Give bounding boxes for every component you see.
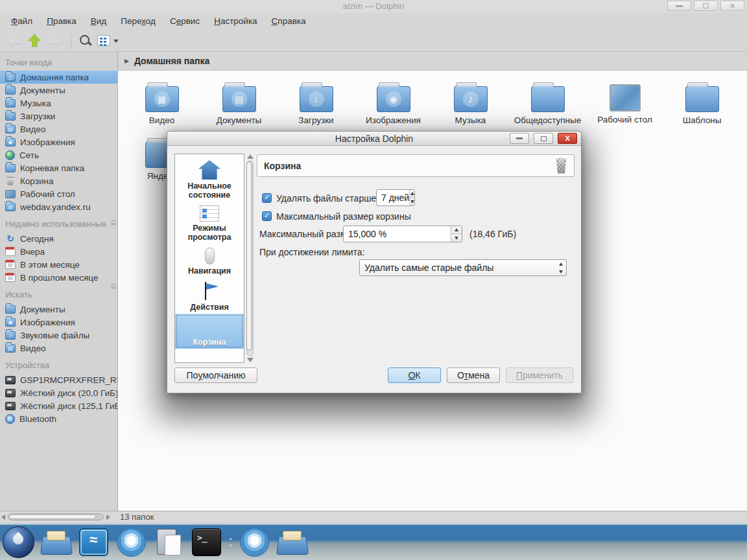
window-controls: ×: [667, 1, 744, 11]
view-mode-dropdown-icon[interactable]: [113, 40, 119, 45]
menu-item[interactable]: Файл: [4, 13, 40, 30]
delete-older-checkbox[interactable]: [262, 193, 272, 203]
taskbar-app-icon[interactable]: [77, 526, 110, 557]
spin-up-icon[interactable]: [410, 190, 414, 198]
scroll-up-icon[interactable]: [247, 154, 254, 159]
folder-item[interactable]: Рабочий стол: [586, 81, 663, 132]
dialog-nav-scrollbar[interactable]: [246, 154, 254, 363]
sidebar-item[interactable]: Видео: [0, 122, 117, 135]
view-mode-icon[interactable]: [97, 35, 110, 46]
sidebar-item[interactable]: Изображения: [0, 316, 117, 329]
folder-item[interactable]: Музыка: [432, 81, 509, 132]
dialog-page-header: Корзина: [257, 154, 575, 177]
dialog-nav-item[interactable]: Навигация: [175, 244, 244, 277]
taskbar-app-icon[interactable]: [190, 526, 222, 557]
menu-item[interactable]: Справка: [265, 13, 313, 30]
sidebar-item[interactable]: Изображения: [0, 135, 117, 148]
sidebar-item[interactable]: Корневая папка: [0, 161, 117, 174]
combobox-value[interactable]: Удалить самые старые файлы: [360, 260, 555, 275]
breadcrumb[interactable]: ▶ Домашняя папка: [118, 52, 747, 70]
sidebar-item[interactable]: Вчера: [0, 245, 117, 258]
search-icon[interactable]: [78, 34, 93, 48]
taskbar-app-icon[interactable]: [152, 526, 185, 557]
sidebar-item[interactable]: Музыка: [0, 97, 117, 110]
folder-item[interactable]: Документы: [200, 81, 278, 132]
back-button[interactable]: [5, 34, 22, 48]
sidebar-item[interactable]: Корзина: [0, 174, 117, 187]
max-size-checkbox[interactable]: [262, 211, 272, 221]
limit-combobox[interactable]: Удалить самые старые файлы: [359, 259, 567, 276]
sidebar-item[interactable]: В прошлом месяце: [0, 271, 117, 284]
sidebar-item[interactable]: Видео: [0, 342, 117, 355]
menu-item[interactable]: Правка: [40, 13, 84, 30]
scrollbar-handle[interactable]: [9, 515, 96, 519]
sidebar-item[interactable]: Звуковые файлы: [0, 329, 117, 342]
cancel-button[interactable]: Отмена: [447, 368, 500, 383]
sidebar-item[interactable]: Жёсткий диск (125,1 ГиБ): [0, 399, 117, 412]
combo-down-icon: [555, 268, 566, 275]
maximize-button[interactable]: [694, 1, 718, 11]
max-size-spinbox[interactable]: 15,000 %: [343, 226, 462, 242]
folder-item[interactable]: Шаблоны: [663, 81, 741, 132]
ok-button[interactable]: ОК: [388, 368, 441, 383]
taskbar-app-icon[interactable]: [40, 526, 72, 557]
sidebar-item[interactable]: Сегодня: [0, 232, 117, 245]
sidebar-item[interactable]: Рабочий стол: [0, 187, 117, 200]
sidebar-item[interactable]: Загрузки: [0, 110, 117, 122]
sidebar-item[interactable]: Домашняя папка: [0, 71, 117, 84]
scroll-left-icon[interactable]: [1, 515, 5, 520]
panel-splitter-grip[interactable]: [111, 220, 116, 225]
dialog-close-button[interactable]: x: [558, 133, 577, 144]
scroll-right-icon[interactable]: [106, 515, 110, 520]
taskbar-app-icon[interactable]: [2, 526, 34, 557]
defaults-button[interactable]: По умолчанию: [174, 368, 257, 383]
up-button[interactable]: [27, 34, 42, 48]
menu-item[interactable]: Переход: [113, 13, 163, 30]
dialog-nav-item[interactable]: Действия: [175, 277, 244, 314]
places-horizontal-scrollbar[interactable]: [1, 513, 115, 521]
sidebar-item[interactable]: Жёсткий диск (20,0 ГиБ): [0, 386, 117, 399]
close-button[interactable]: ×: [720, 1, 744, 11]
scrollbar-handle[interactable]: [246, 161, 252, 351]
menu-item[interactable]: Сервис: [163, 13, 207, 30]
dialog-nav-item[interactable]: Начальное состояние: [175, 156, 244, 202]
taskbar-app-icon[interactable]: [276, 526, 308, 557]
section-header: Недавно использованные: [0, 213, 117, 232]
dialog-nav-item[interactable]: Корзина: [175, 314, 244, 349]
dialog-nav-label: Действия: [175, 303, 244, 312]
taskbar-app-icon[interactable]: [228, 526, 233, 557]
spinbox-value[interactable]: 7 дней: [377, 190, 409, 205]
scroll-down-icon[interactable]: [247, 358, 254, 362]
forward-button[interactable]: [47, 34, 64, 48]
menu-item[interactable]: Настройка: [207, 13, 264, 30]
sidebar-item[interactable]: Документы: [0, 303, 117, 316]
spinbox-value[interactable]: 15,000 %: [344, 226, 451, 242]
breadcrumb-label[interactable]: Домашняя папка: [134, 56, 209, 66]
sidebar-item[interactable]: webdav.yandex.ru: [0, 200, 117, 213]
delete-older-spinbox[interactable]: 7 дней: [376, 189, 415, 206]
minimize-button[interactable]: [667, 1, 691, 11]
dialog-nav-item[interactable]: Режимы просмотра: [175, 202, 244, 244]
sidebar-item[interactable]: GSP1RMCPRXFRER_RU_DVD: [0, 373, 117, 386]
folder-item[interactable]: Видео: [123, 81, 200, 132]
menu-item[interactable]: Вид: [84, 13, 113, 30]
taskbar-app-icon[interactable]: [238, 526, 270, 557]
spin-down-icon[interactable]: [451, 235, 462, 242]
folder-item[interactable]: Общедоступные: [509, 81, 586, 132]
spin-up-icon[interactable]: [451, 226, 462, 235]
dialog-minimize-button[interactable]: [510, 133, 529, 144]
folder-item[interactable]: Изображения: [355, 81, 432, 132]
dialog-maximize-button[interactable]: [534, 133, 553, 144]
sidebar-item[interactable]: Bluetooth: [0, 412, 117, 425]
sidebar-item[interactable]: В этом месяце: [0, 258, 117, 271]
spin-down-icon[interactable]: [410, 198, 414, 206]
panel-splitter-grip[interactable]: [111, 284, 116, 288]
dialog-titlebar[interactable]: Настройка Dolphin x: [167, 132, 581, 146]
taskbar-apps: [2, 526, 308, 558]
folder-item[interactable]: Загрузки: [278, 81, 355, 132]
sidebar-item-label: Рабочий стол: [20, 189, 75, 199]
sidebar-item[interactable]: Сеть: [0, 148, 117, 161]
taskbar-app-icon[interactable]: [115, 526, 147, 557]
sidebar-item-label: webdav.yandex.ru: [20, 202, 91, 212]
sidebar-item[interactable]: Документы: [0, 84, 117, 97]
